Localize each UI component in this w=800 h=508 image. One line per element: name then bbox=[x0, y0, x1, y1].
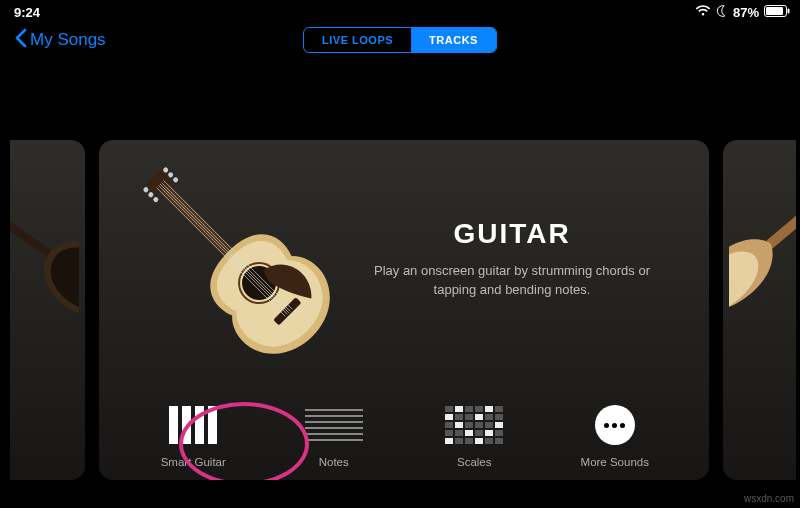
status-bar: 9:24 87% bbox=[0, 0, 800, 20]
svg-point-10 bbox=[152, 196, 159, 203]
instrument-description: Play an onscreen guitar by strumming cho… bbox=[362, 262, 662, 300]
guitar-icon bbox=[135, 159, 335, 359]
option-label: Scales bbox=[457, 456, 492, 468]
back-button[interactable]: My Songs bbox=[14, 28, 106, 53]
segment-live-loops[interactable]: LIVE LOOPS bbox=[304, 28, 411, 52]
more-icon bbox=[586, 404, 644, 446]
svg-rect-2 bbox=[788, 8, 790, 13]
segment-tracks[interactable]: TRACKS bbox=[411, 28, 496, 52]
svg-point-12 bbox=[167, 171, 174, 178]
status-right: 87% bbox=[695, 5, 790, 20]
option-scales[interactable]: Scales bbox=[419, 404, 529, 468]
scales-icon bbox=[445, 404, 503, 446]
option-label: Notes bbox=[319, 456, 349, 468]
option-smart-guitar[interactable]: Smart Guitar bbox=[138, 404, 248, 468]
instrument-carousel: GUITAR Play an onscreen guitar by strumm… bbox=[0, 140, 800, 480]
fretboard-icon bbox=[305, 404, 363, 446]
option-label: More Sounds bbox=[581, 456, 649, 468]
nav-bar: My Songs LIVE LOOPS TRACKS bbox=[0, 20, 800, 64]
instrument-title: GUITAR bbox=[351, 218, 673, 250]
watermark: wsxdn.com bbox=[744, 493, 794, 504]
option-notes[interactable]: Notes bbox=[279, 404, 389, 468]
back-label: My Songs bbox=[30, 30, 106, 50]
chord-strips-icon bbox=[164, 404, 222, 446]
bass-icon bbox=[10, 150, 79, 354]
instrument-card-next[interactable] bbox=[723, 140, 796, 480]
dnd-icon bbox=[716, 5, 728, 20]
pipa-icon bbox=[729, 150, 796, 354]
svg-point-11 bbox=[162, 166, 169, 173]
battery-pct: 87% bbox=[733, 5, 759, 20]
svg-point-13 bbox=[172, 176, 179, 183]
option-label: Smart Guitar bbox=[161, 456, 226, 468]
chevron-left-icon bbox=[14, 28, 28, 53]
view-segment: LIVE LOOPS TRACKS bbox=[303, 27, 497, 53]
svg-rect-1 bbox=[766, 7, 783, 15]
status-time: 9:24 bbox=[14, 5, 40, 20]
option-row: Smart Guitar Notes Sca bbox=[99, 404, 709, 468]
svg-point-9 bbox=[147, 191, 154, 198]
instrument-card-guitar: GUITAR Play an onscreen guitar by strumm… bbox=[99, 140, 709, 480]
battery-icon bbox=[764, 5, 790, 20]
option-more-sounds[interactable]: More Sounds bbox=[560, 404, 670, 468]
instrument-card-prev[interactable] bbox=[10, 140, 85, 480]
svg-point-8 bbox=[142, 186, 149, 193]
wifi-icon bbox=[695, 5, 711, 20]
